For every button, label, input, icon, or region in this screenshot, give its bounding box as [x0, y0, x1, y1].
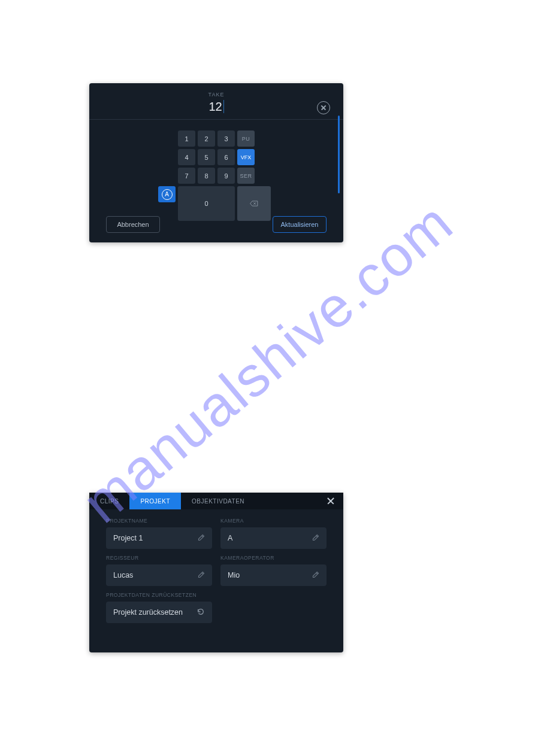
close-icon[interactable]: [317, 101, 330, 114]
take-entry-panel: TAKE 12 1 2 3 PU 4 5 6 VFX 7 8 9 SER A 0…: [89, 83, 343, 242]
camera-label: KAMERA: [220, 518, 327, 524]
a-icon: A: [162, 189, 173, 200]
tab-clips[interactable]: CLIPS: [89, 493, 129, 509]
director-label: REGISSEUR: [106, 555, 212, 561]
project-name-input[interactable]: Project 1: [106, 527, 212, 549]
key-4[interactable]: 4: [178, 149, 195, 165]
dialog-buttons: Abbrechen Aktualisieren: [89, 216, 343, 233]
field-project-name: PROJEKTNAME Project 1: [106, 518, 212, 549]
reset-project-value: Projekt zurücksetzen: [113, 608, 183, 617]
key-vfx[interactable]: VFX: [237, 149, 255, 165]
divider: [89, 119, 343, 120]
take-label: TAKE: [89, 92, 343, 98]
field-reset-project: PROJEKTDATEN ZURÜCKSETZEN Projekt zurück…: [106, 592, 212, 623]
key-7[interactable]: 7: [178, 168, 195, 184]
tab-projekt[interactable]: PROJEKT: [129, 493, 181, 509]
cancel-button[interactable]: Abbrechen: [106, 216, 160, 233]
take-value-input[interactable]: 12: [208, 100, 223, 113]
reset-icon: [197, 608, 205, 618]
reset-project-button[interactable]: Projekt zurücksetzen: [106, 602, 212, 623]
project-metadata-panel: CLIPS PROJEKT OBJEKTIVDATEN PROJEKTNAME …: [89, 493, 343, 652]
close-icon[interactable]: [325, 496, 336, 506]
key-3[interactable]: 3: [217, 130, 235, 147]
key-pu[interactable]: PU: [237, 130, 255, 147]
director-input[interactable]: Lucas: [106, 564, 212, 586]
project-name-value: Project 1: [113, 534, 143, 542]
take-header: TAKE 12: [89, 83, 343, 113]
field-director: REGISSEUR Lucas: [106, 555, 212, 586]
key-ser[interactable]: SER: [237, 168, 255, 184]
camera-value: A: [228, 534, 232, 542]
key-6[interactable]: 6: [217, 149, 235, 165]
pencil-icon: [312, 534, 319, 543]
project-name-label: PROJEKTNAME: [106, 518, 212, 524]
director-value: Lucas: [113, 571, 133, 579]
numeric-keypad: 1 2 3 PU 4 5 6 VFX 7 8 9 SER A 0: [178, 130, 255, 221]
pencil-icon: [198, 534, 205, 543]
field-camera: KAMERA A: [220, 518, 327, 549]
key-2[interactable]: 2: [198, 130, 215, 147]
metadata-tabs: CLIPS PROJEKT OBJEKTIVDATEN: [89, 493, 343, 509]
field-camera-operator: KAMERAOPERATOR Mio: [220, 555, 327, 586]
project-form: PROJEKTNAME Project 1 KAMERA A REGISSEUR…: [89, 509, 343, 623]
camera-operator-label: KAMERAOPERATOR: [220, 555, 327, 561]
key-9[interactable]: 9: [217, 168, 235, 184]
key-1[interactable]: 1: [178, 130, 195, 147]
scrollbar-thumb[interactable]: [338, 116, 340, 193]
update-button[interactable]: Aktualisieren: [273, 216, 327, 233]
key-8[interactable]: 8: [198, 168, 215, 184]
camera-operator-input[interactable]: Mio: [220, 564, 327, 586]
key-auto-a[interactable]: A: [158, 186, 176, 202]
backspace-icon: [250, 201, 258, 207]
key-5[interactable]: 5: [198, 149, 215, 165]
camera-input[interactable]: A: [220, 527, 327, 549]
camera-operator-value: Mio: [228, 571, 240, 579]
pencil-icon: [312, 571, 319, 580]
pencil-icon: [198, 571, 205, 580]
reset-project-label: PROJEKTDATEN ZURÜCKSETZEN: [106, 592, 212, 598]
tab-objektivdaten[interactable]: OBJEKTIVDATEN: [181, 493, 255, 509]
